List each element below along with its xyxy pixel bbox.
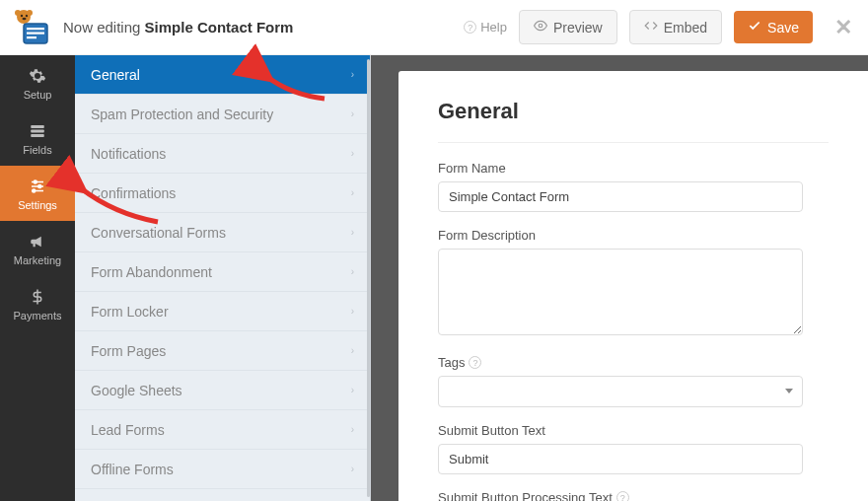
settings-item-general[interactable]: General› (75, 55, 370, 95)
chevron-right-icon: › (351, 69, 354, 80)
svg-rect-13 (31, 134, 44, 137)
chevron-right-icon: › (351, 108, 354, 119)
tags-select[interactable] (438, 376, 803, 407)
form-name-input[interactable] (438, 181, 803, 212)
code-icon (644, 19, 658, 36)
submit-button-text-input[interactable] (438, 444, 803, 474)
eye-icon (534, 19, 547, 36)
tags-label: Tags? (438, 355, 829, 370)
svg-point-4 (15, 10, 21, 16)
check-icon (748, 19, 761, 36)
chevron-right-icon: › (351, 424, 354, 435)
sidebar-item-payments[interactable]: Payments (0, 276, 75, 331)
settings-item-notifications[interactable]: Notifications› (75, 134, 370, 174)
form-name-label: Form Name (438, 161, 829, 176)
sidebar-item-marketing[interactable]: Marketing (0, 221, 75, 276)
gear-icon (28, 66, 47, 86)
editing-label: Now editing Simple Contact Form (63, 19, 293, 36)
chevron-right-icon: › (351, 464, 354, 474)
svg-point-1 (21, 14, 23, 16)
settings-item-form-pages[interactable]: Form Pages› (75, 331, 370, 371)
settings-item-offline-forms[interactable]: Offline Forms› (75, 450, 370, 489)
chevron-right-icon: › (351, 385, 354, 395)
sidebar-item-settings[interactable]: Settings (0, 166, 75, 221)
embed-button[interactable]: Embed (629, 10, 722, 44)
settings-item-form-abandonment[interactable]: Form Abandonment› (75, 252, 370, 292)
chevron-right-icon: › (351, 266, 354, 277)
sidebar-item-fields[interactable]: Fields (0, 110, 75, 166)
svg-rect-8 (27, 32, 44, 34)
help-icon[interactable]: ? (616, 491, 629, 501)
svg-rect-7 (27, 28, 44, 30)
chevron-right-icon: › (351, 306, 354, 317)
settings-item-spam-protection[interactable]: Spam Protection and Security› (75, 95, 370, 134)
save-button[interactable]: Save (734, 11, 813, 43)
help-icon[interactable]: ? (469, 356, 481, 369)
dollar-icon (28, 287, 47, 307)
svg-point-5 (27, 10, 33, 16)
chevron-right-icon: › (351, 187, 354, 198)
form-description-input[interactable] (438, 249, 803, 335)
chevron-right-icon: › (351, 227, 354, 238)
scrollbar[interactable] (367, 59, 370, 497)
settings-panel: General Form Name Form Description Tags?… (398, 71, 868, 501)
close-icon[interactable]: ✕ (834, 15, 852, 40)
chevron-right-icon: › (351, 148, 354, 159)
panel-title: General (438, 99, 829, 124)
svg-rect-12 (31, 129, 44, 132)
submit-processing-text-label: Submit Button Processing Text? (438, 490, 829, 501)
form-description-label: Form Description (438, 228, 829, 243)
submit-button-text-label: Submit Button Text (438, 423, 829, 438)
svg-point-19 (33, 189, 36, 192)
svg-point-3 (23, 17, 27, 20)
chevron-right-icon: › (351, 345, 354, 356)
svg-point-2 (26, 14, 28, 16)
list-icon (28, 121, 47, 141)
svg-point-15 (34, 180, 36, 183)
preview-button[interactable]: Preview (519, 10, 617, 44)
megaphone-icon (28, 232, 47, 251)
settings-item-form-locker[interactable]: Form Locker› (75, 292, 370, 331)
settings-item-google-sheets[interactable]: Google Sheets› (75, 371, 370, 410)
settings-item-conversational-forms[interactable]: Conversational Forms› (75, 213, 370, 252)
help-link[interactable]: ? Help (464, 20, 507, 35)
settings-list: General› Spam Protection and Security› N… (75, 55, 371, 501)
settings-item-confirmations[interactable]: Confirmations› (75, 174, 370, 213)
wpforms-logo-icon (8, 6, 51, 49)
settings-item-lead-forms[interactable]: Lead Forms› (75, 410, 370, 450)
sliders-icon (28, 177, 47, 196)
svg-point-17 (38, 184, 41, 187)
sidebar-item-setup[interactable]: Setup (0, 55, 75, 110)
svg-rect-11 (31, 125, 44, 128)
svg-point-10 (539, 24, 542, 28)
svg-rect-9 (27, 36, 36, 38)
help-icon: ? (464, 21, 476, 34)
sidebar: Setup Fields Settings Marketing Payments (0, 55, 75, 501)
